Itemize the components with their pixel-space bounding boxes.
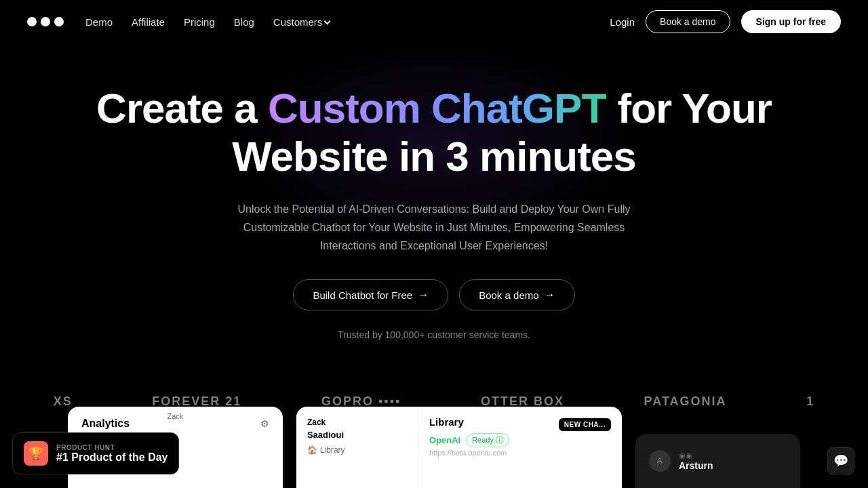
chat-url: https://beta.openai.com [429, 449, 611, 457]
logo-dot-3 [54, 17, 64, 26]
arsturn-card: A ◉◉ Arsturn [635, 434, 800, 488]
zack-label: Zack [167, 412, 184, 420]
product-hunt-text: PRODUCT HUNT #1 Product of the Day [56, 444, 167, 464]
arrow-icon: → [418, 289, 429, 301]
chat-user-first: Zack [307, 418, 407, 427]
library-title: Library [429, 416, 464, 428]
chat-card: Zack Saadioui 🏠 Library Library NEW CHA.… [296, 407, 622, 488]
nav-customers[interactable]: Customers [273, 16, 330, 28]
chevron-down-icon [324, 18, 331, 24]
ready-badge: Ready ⓘ [466, 433, 509, 447]
settings-icon[interactable]: ⚙ [260, 418, 269, 429]
nav-demo[interactable]: Demo [85, 16, 113, 28]
product-hunt-badge[interactable]: 🏆 PRODUCT HUNT #1 Product of the Day [12, 432, 179, 474]
login-button[interactable]: Login [610, 16, 635, 28]
arrow-icon-2: → [545, 289, 555, 301]
trusted-text: Trusted by 100,000+ customer service tea… [27, 329, 841, 340]
nav-affiliate[interactable]: Affiliate [132, 16, 165, 28]
book-demo-hero-button[interactable]: Book a demo → [459, 279, 574, 310]
nav-links: Demo Affiliate Pricing Blog Customers [85, 16, 330, 28]
chat-sidebar: Zack Saadioui 🏠 Library [296, 407, 418, 488]
home-icon: 🏠 [307, 445, 317, 455]
chat-user-last: Saadioui [307, 430, 407, 440]
library-link[interactable]: 🏠 Library [307, 445, 407, 455]
product-hunt-label: PRODUCT HUNT [56, 444, 167, 451]
openai-row: OpenAI Ready ⓘ [429, 433, 611, 447]
signup-button[interactable]: Sign up for free [741, 10, 841, 33]
book-demo-nav-button[interactable]: Book a demo [646, 10, 730, 33]
chat-main: Library NEW CHA... OpenAI Ready ⓘ https:… [418, 407, 622, 488]
chat-bubble-icon: 💬 [833, 453, 848, 468]
chat-widget-button[interactable]: 💬 [827, 447, 854, 474]
logo-dot-2 [41, 17, 50, 26]
product-hunt-icon: 🏆 [24, 441, 48, 466]
headline-gradient: Custom ChatGPT [268, 85, 606, 131]
logo [27, 17, 64, 26]
nav-blog[interactable]: Blog [234, 16, 254, 28]
logo-dot-1 [27, 17, 37, 26]
analytics-title: Analytics [81, 418, 130, 430]
new-chat-badge[interactable]: NEW CHA... [559, 418, 611, 431]
nav-pricing[interactable]: Pricing [184, 16, 215, 28]
openai-label: OpenAI [429, 435, 460, 445]
hero-section: Create a Custom ChatGPT for Your Website… [0, 43, 868, 394]
arsturn-name: Arsturn [679, 460, 713, 471]
hero-cta-group: Build Chatbot for Free → Book a demo → [27, 279, 841, 310]
build-chatbot-button[interactable]: Build Chatbot for Free → [293, 279, 448, 310]
product-hunt-rank: #1 Product of the Day [56, 451, 167, 464]
arsturn-avatar: A [649, 450, 671, 472]
nav-right: Login Book a demo Sign up for free [610, 10, 841, 33]
navbar: Demo Affiliate Pricing Blog Customers Lo… [0, 0, 868, 43]
hero-headline: Create a Custom ChatGPT for Your Website… [27, 84, 841, 181]
headline-before: Create a [96, 85, 268, 131]
nav-left: Demo Affiliate Pricing Blog Customers [27, 16, 330, 28]
arsturn-sublabel: ◉◉ [679, 451, 713, 460]
hero-subheadline: Unlock the Potential of AI-Driven Conver… [224, 200, 644, 256]
